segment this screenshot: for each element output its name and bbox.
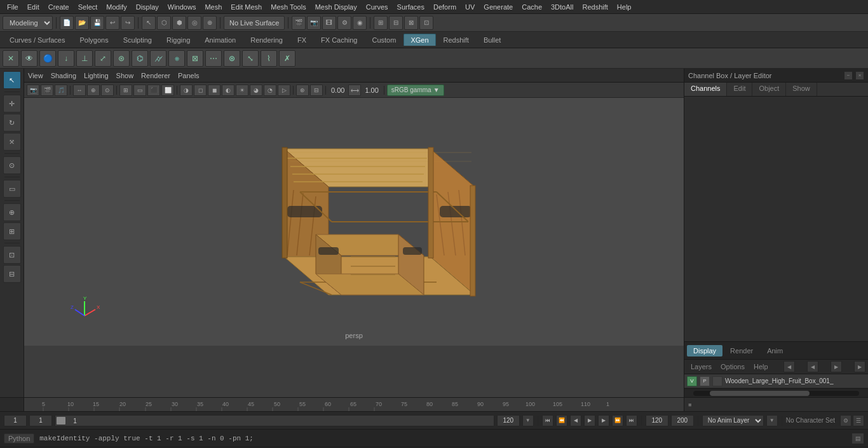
anim-layer-dropdown-arrow[interactable]: ▼ <box>766 415 778 426</box>
rb-tab-display[interactable]: Display <box>687 345 722 356</box>
panel-minimize-btn[interactable]: − <box>844 71 853 80</box>
xgen-btn-6[interactable]: ⤢ <box>95 50 111 67</box>
xgen-btn-16[interactable]: ✗ <box>279 50 295 67</box>
snap-grid-btn[interactable]: ⊞ <box>3 222 21 240</box>
vp-anim-btn[interactable]: ▷ <box>278 85 290 96</box>
playback-end-input[interactable] <box>646 415 668 426</box>
render-seq-btn[interactable]: 🎞 <box>322 16 336 30</box>
xgen-btn-10[interactable]: ⎈ <box>168 50 185 67</box>
layer-nav-left2[interactable]: ◀ <box>807 361 818 372</box>
vp-res-btn[interactable]: ⬛ <box>147 85 160 96</box>
soft-select-btn[interactable]: ⊙ <box>3 156 21 174</box>
render-options-btn[interactable]: ⚙ <box>337 16 351 30</box>
xgen-btn-3[interactable]: 🔵 <box>39 50 56 67</box>
tab-rigging[interactable]: Rigging <box>159 34 197 46</box>
menu-deform[interactable]: Deform <box>429 2 461 12</box>
anim-layer-dropdown[interactable]: No Anim Layer <box>702 415 764 426</box>
menu-mesh[interactable]: Mesh <box>200 2 226 12</box>
color-mode-btn[interactable]: sRGB gamma ▼ <box>387 85 444 96</box>
cb-tab-show[interactable]: Show <box>786 83 817 96</box>
undo-btn[interactable]: ↩ <box>105 16 119 30</box>
viewport-menu-show[interactable]: Show <box>116 72 134 79</box>
tab-custom[interactable]: Custom <box>365 34 403 46</box>
panel-close-btn[interactable]: × <box>855 71 864 80</box>
vp-ao-btn[interactable]: ◔ <box>264 85 276 96</box>
live-surface-btn[interactable]: No Live Surface <box>224 16 285 30</box>
menu-mesh-tools[interactable]: Mesh Tools <box>266 2 310 12</box>
xgen-btn-2[interactable]: 👁 <box>21 50 37 67</box>
new-file-btn[interactable]: 📄 <box>60 16 74 30</box>
goto-start-btn[interactable]: ⏮ <box>542 415 553 426</box>
menu-cache[interactable]: Cache <box>517 2 546 12</box>
vp-texture-btn[interactable]: ◼ <box>208 85 220 96</box>
vp-film2-btn[interactable]: ▭ <box>133 85 146 96</box>
menu-generate[interactable]: Generate <box>479 2 517 12</box>
python-end-btn[interactable]: ▤ <box>851 433 864 444</box>
tab-redshift[interactable]: Redshift <box>437 34 476 46</box>
timeline-track[interactable]: 5 10 15 20 25 30 35 40 45 50 55 60 65 70… <box>24 398 684 411</box>
xgen-btn-13[interactable]: ⊛ <box>224 50 240 67</box>
layer-scrollbar[interactable] <box>684 388 868 397</box>
viewport-menu-shading[interactable]: Shading <box>51 72 76 79</box>
vp-shadow-btn[interactable]: ◕ <box>250 85 262 96</box>
vp-shade-btn[interactable]: ◑ <box>180 85 193 96</box>
tab-sculpting[interactable]: Sculpting <box>116 34 159 46</box>
move-tool-btn[interactable]: ✛ <box>3 95 21 112</box>
vp-res2-btn[interactable]: ⬜ <box>161 85 174 96</box>
play-btn[interactable]: ▶ <box>584 415 595 426</box>
start-frame-input[interactable] <box>4 415 27 426</box>
menu-help[interactable]: Help <box>613 2 636 12</box>
xgen-btn-5[interactable]: ⊥ <box>76 50 93 67</box>
xgen-btn-11[interactable]: ⊠ <box>187 50 203 67</box>
mode-dropdown[interactable]: Modeling <box>3 16 53 30</box>
viewport-menu-renderer[interactable]: Renderer <box>141 72 170 79</box>
menu-modify[interactable]: Modify <box>102 2 131 12</box>
snap-points-btn[interactable]: ⊕ <box>3 203 21 221</box>
layer-nav-right2[interactable]: ▶ <box>831 361 842 372</box>
panel-layout3-btn[interactable]: ⊠ <box>404 16 418 30</box>
tab-polygons[interactable]: Polygons <box>72 34 115 46</box>
lasso-btn[interactable]: ⬡ <box>157 16 171 30</box>
next-frame-btn[interactable]: ▶ <box>598 415 609 426</box>
select-btn[interactable]: ↖ <box>142 16 156 30</box>
vp-isolate-btn[interactable]: ⊛ <box>296 85 309 96</box>
tab-fx[interactable]: FX <box>290 34 313 46</box>
panel-layout-btn[interactable]: ⊞ <box>374 16 388 30</box>
layers-menu-options[interactable]: Options <box>717 363 749 370</box>
vp-film-btn[interactable]: 🎬 <box>41 85 53 96</box>
panel-layout4-btn[interactable]: ⊡ <box>419 16 433 30</box>
menu-uv[interactable]: UV <box>461 2 479 12</box>
cb-tab-edit[interactable]: Edit <box>727 83 752 96</box>
tab-animation[interactable]: Animation <box>198 34 243 46</box>
goto-end-btn[interactable]: ⏭ <box>626 415 637 426</box>
step-fwd-btn[interactable]: ⏩ <box>612 415 623 426</box>
tab-curves-surfaces[interactable]: Curves / Surfaces <box>3 34 72 46</box>
viewport-menu-lighting[interactable]: Lighting <box>84 72 109 79</box>
xgen-btn-7[interactable]: ⊛ <box>113 50 130 67</box>
xgen-btn-1[interactable]: ✕ <box>3 50 19 67</box>
render-btn[interactable]: 🎬 <box>292 16 306 30</box>
rb-tab-render[interactable]: Render <box>724 345 759 356</box>
rect-select-btn[interactable]: ▭ <box>3 180 21 198</box>
menu-file[interactable]: File <box>3 2 23 12</box>
rb-tab-anim[interactable]: Anim <box>761 345 789 356</box>
menu-select[interactable]: Select <box>74 2 102 12</box>
scale-tool-btn[interactable]: ⤧ <box>3 133 21 151</box>
layer-nav-left[interactable]: ◀ <box>783 361 795 372</box>
canvas-area[interactable]: X Y Z persp <box>24 98 684 346</box>
paint-btn[interactable]: ⬢ <box>172 16 186 30</box>
end-frame-input[interactable] <box>497 415 520 426</box>
frame-slider-value[interactable] <box>65 416 85 427</box>
max-frame-input[interactable] <box>671 415 694 426</box>
timeline-slider[interactable] <box>55 415 494 426</box>
step-back-btn[interactable]: ⏪ <box>556 415 567 426</box>
menu-3dtall[interactable]: 3DtoAll <box>546 2 578 12</box>
open-file-btn[interactable]: 📂 <box>75 16 89 30</box>
panel-layout2-btn[interactable]: ⊟ <box>389 16 403 30</box>
viewport-menu-view[interactable]: View <box>28 72 43 79</box>
xgen-btn-8[interactable]: ⌬ <box>132 50 148 67</box>
quick-layout-btn[interactable]: ⊟ <box>3 265 21 283</box>
xgen-btn-9[interactable]: ⌭ <box>150 50 166 67</box>
menu-curves[interactable]: Curves <box>362 2 393 12</box>
redo-btn[interactable]: ↪ <box>121 16 135 30</box>
